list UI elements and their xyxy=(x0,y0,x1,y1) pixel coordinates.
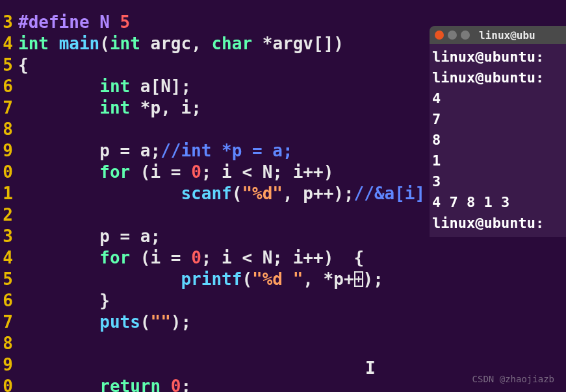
terminal-title: linux@ubu xyxy=(479,29,535,42)
code-line[interactable]: 5 printf("%d ", *p++); xyxy=(0,269,566,290)
line-number: 4 xyxy=(0,33,18,55)
code-content[interactable]: return 0; xyxy=(18,376,191,392)
code-content[interactable]: p = a;//int *p = a; xyxy=(18,140,293,162)
code-line[interactable]: 8 xyxy=(0,333,566,354)
terminal-window[interactable]: linux@ubu linux@ubuntu:linux@ubuntu:4781… xyxy=(430,26,566,237)
code-content[interactable]: scanf("%d", p++);//&a[i] xyxy=(18,183,425,204)
code-line[interactable]: 4 for (i = 0; i < N; i++) { xyxy=(0,247,566,269)
line-number: 6 xyxy=(0,290,18,312)
line-number: 4 xyxy=(0,247,18,269)
close-icon[interactable] xyxy=(435,31,444,40)
code-content[interactable]: p = a; xyxy=(18,226,161,247)
code-line[interactable]: 6 } xyxy=(0,290,566,312)
code-line[interactable]: 9 xyxy=(0,354,566,376)
code-content[interactable]: puts(""); xyxy=(18,312,191,333)
line-number: 5 xyxy=(0,55,18,76)
code-content[interactable]: int main(int argc, char *argv[]) xyxy=(18,33,344,55)
line-number: 0 xyxy=(0,162,18,183)
line-number: 3 xyxy=(0,226,18,247)
text-cursor: I xyxy=(365,358,367,375)
maximize-icon[interactable] xyxy=(461,31,470,40)
terminal-line: 3 xyxy=(432,171,563,192)
terminal-content[interactable]: linux@ubuntu:linux@ubuntu:478134 7 8 1 3… xyxy=(430,44,566,236)
terminal-line: linux@ubuntu: xyxy=(432,47,563,67)
terminal-line: 4 xyxy=(432,88,563,109)
line-number: 5 xyxy=(0,269,18,290)
line-number: 1 xyxy=(0,183,18,204)
line-number: 6 xyxy=(0,76,18,97)
code-line[interactable]: 7 puts(""); xyxy=(0,312,566,333)
line-number: 3 xyxy=(0,12,18,33)
line-number: 8 xyxy=(0,333,18,354)
terminal-line: 1 xyxy=(432,151,563,171)
line-number: 9 xyxy=(0,354,18,376)
code-content[interactable]: } xyxy=(18,290,110,312)
minimize-icon[interactable] xyxy=(448,31,457,40)
terminal-line: 8 xyxy=(432,130,563,151)
line-number: 9 xyxy=(0,140,18,162)
line-number: 8 xyxy=(0,119,18,140)
terminal-titlebar[interactable]: linux@ubu xyxy=(430,26,566,44)
code-content[interactable]: int *p, i; xyxy=(18,97,201,119)
terminal-line: linux@ubuntu: xyxy=(432,213,563,234)
code-content[interactable]: printf("%d ", *p++); xyxy=(18,269,383,290)
code-content[interactable]: int a[N]; xyxy=(18,76,191,97)
watermark: CSDN @zhaojiazb xyxy=(472,374,554,384)
code-content[interactable]: for (i = 0; i < N; i++) { xyxy=(18,247,364,269)
line-number: 0 xyxy=(0,376,18,392)
line-number: 7 xyxy=(0,97,18,119)
terminal-line: linux@ubuntu: xyxy=(432,67,563,88)
insertion-cursor: + xyxy=(354,271,363,287)
line-number: 2 xyxy=(0,204,18,226)
line-number: 7 xyxy=(0,312,18,333)
terminal-line: 7 xyxy=(432,109,563,130)
code-content[interactable]: { xyxy=(18,55,29,76)
code-content[interactable]: #define N 5 xyxy=(18,12,130,33)
code-content[interactable]: for (i = 0; i < N; i++) xyxy=(18,162,333,183)
terminal-line: 4 7 8 1 3 xyxy=(432,192,563,213)
